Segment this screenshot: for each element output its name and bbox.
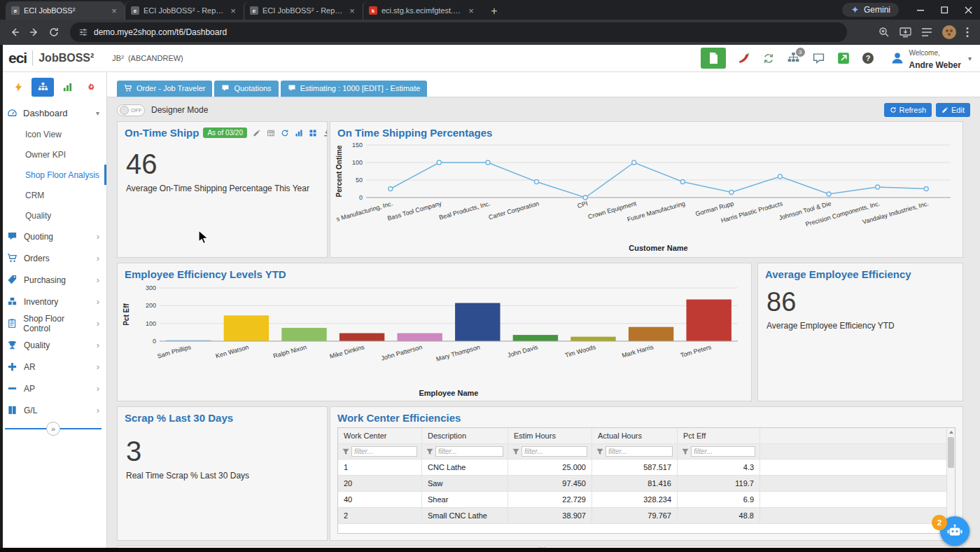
- table-row[interactable]: 2Small CNC Lathe38.90779.76748.8: [338, 508, 946, 524]
- zoom-icon[interactable]: [878, 27, 890, 38]
- sidebar-item-ap[interactable]: AP›: [0, 378, 106, 399]
- filter-funnel-icon[interactable]: [426, 448, 433, 455]
- browser-menu-icon[interactable]: [966, 27, 969, 38]
- address-bar[interactable]: demo.mye2shop.com/t6/Dashboard: [70, 22, 847, 42]
- doc-tab-quotations[interactable]: Quotations: [214, 81, 278, 97]
- profile-avatar[interactable]: [942, 25, 956, 39]
- maximize-button[interactable]: [932, 0, 956, 20]
- sidebar-item-gl[interactable]: G/L›: [0, 399, 106, 421]
- filter-funnel-icon[interactable]: [512, 448, 519, 455]
- close-button[interactable]: [956, 0, 980, 20]
- grid-icon[interactable]: [309, 129, 317, 137]
- sidebar-collapse-button[interactable]: »: [46, 422, 60, 436]
- quick-actions-tile[interactable]: [7, 78, 29, 97]
- filter-input[interactable]: [606, 446, 673, 457]
- column-header[interactable]: Work Center: [338, 428, 422, 443]
- tab-close-icon[interactable]: ×: [466, 6, 476, 16]
- sync-button[interactable]: [762, 53, 775, 64]
- reload-button[interactable]: [45, 23, 63, 41]
- sitemap-tile[interactable]: [31, 78, 54, 97]
- filter-cell: [508, 444, 592, 459]
- filter-input[interactable]: [522, 446, 587, 457]
- sidebar-item-owner-kpi[interactable]: Owner KPI: [0, 144, 106, 165]
- sidebar-item-shop-floor-analysis[interactable]: Shop Floor Analysis: [0, 165, 106, 185]
- download-icon[interactable]: [323, 129, 328, 137]
- sidebar-item-inventory[interactable]: Inventory›: [0, 291, 106, 312]
- sidebar-item-quoting[interactable]: Quoting›: [0, 226, 106, 247]
- tab-title: eci.stg.ks.ecimfgtest.com/#/log: [382, 6, 462, 15]
- whats-hot-button[interactable]: [738, 52, 750, 64]
- widget-ontime-chart: On Time Shipping Percentages 050100150s …: [330, 121, 963, 258]
- forward-button[interactable]: [25, 23, 43, 41]
- browser-tab-ecimfgtest[interactable]: k eci.stg.ks.ecimfgtest.com/#/log ×: [363, 1, 482, 20]
- help-button[interactable]: ?: [862, 52, 874, 64]
- browser-tab-report-2[interactable]: e ECI JobBOSS² - Report Viewer ×: [244, 1, 363, 20]
- sidebar-item-label: AP: [24, 384, 35, 394]
- pencil-icon[interactable]: [253, 129, 261, 137]
- filter-input[interactable]: [435, 446, 503, 457]
- chart-icon[interactable]: [295, 129, 303, 137]
- refresh-icon[interactable]: [281, 129, 289, 137]
- column-header[interactable]: Actual Hours: [592, 428, 678, 443]
- gemini-button[interactable]: Gemini: [842, 3, 899, 17]
- filter-funnel-icon[interactable]: [682, 448, 689, 455]
- column-header[interactable]: Description: [422, 428, 508, 443]
- browser-tab-report-1[interactable]: e ECI JobBOSS² - Report Viewer ×: [125, 1, 244, 20]
- sidebar-item-ar[interactable]: AR›: [0, 356, 106, 378]
- install-app-icon[interactable]: [899, 27, 911, 38]
- user-icon: [890, 51, 904, 65]
- messages-button[interactable]: [812, 53, 825, 64]
- tab-close-icon[interactable]: ×: [109, 6, 119, 16]
- new-document-button[interactable]: [701, 48, 726, 69]
- browser-tab-dashboard[interactable]: e ECI JobBOSS² ×: [6, 1, 125, 20]
- chat-fab[interactable]: 2: [940, 516, 969, 546]
- user-menu[interactable]: Welcome, Andre Weber ▾: [890, 46, 972, 71]
- column-header[interactable]: Estim Hours: [508, 428, 592, 443]
- sidebar-item-orders[interactable]: Orders›: [0, 247, 106, 269]
- svg-text:Sam Phillips: Sam Phillips: [156, 343, 192, 359]
- refresh-button[interactable]: Refresh: [884, 103, 932, 117]
- filter-funnel-icon[interactable]: [342, 448, 349, 455]
- doc-tab-job-traveler[interactable]: Order - Job Traveler: [117, 81, 212, 97]
- filter-cell: [338, 444, 422, 459]
- reading-list-icon[interactable]: [921, 27, 932, 37]
- external-link-button[interactable]: [837, 52, 850, 64]
- doc-tab-estimating[interactable]: Estimating : 1000 [EDIT] - Estimate: [281, 81, 428, 97]
- tab-close-icon[interactable]: ×: [347, 6, 357, 16]
- svg-text:John Patterson: John Patterson: [380, 343, 423, 361]
- site-settings-icon[interactable]: [78, 27, 88, 37]
- table-row[interactable]: 40Shear22.729328.2346.9: [338, 492, 946, 508]
- main-content: Order - Job Traveler Quotations Estimati…: [107, 72, 980, 552]
- edit-button[interactable]: Edit: [936, 103, 970, 117]
- widget-scrap-kpi: Scrap % Last 30 Days 3 Real Time Scrap %…: [117, 406, 328, 541]
- new-tab-button[interactable]: +: [486, 3, 503, 20]
- column-header[interactable]: Pct Eff: [678, 428, 760, 443]
- minimize-button[interactable]: [909, 0, 932, 20]
- sidebar-item-quality-dash[interactable]: Quality: [0, 205, 106, 226]
- scrollbar-thumb[interactable]: [948, 437, 954, 468]
- table-row[interactable]: 1CNC Lathe25.000587.5174.3: [338, 460, 946, 476]
- tab-close-icon[interactable]: ×: [228, 6, 238, 16]
- sidebar-item-quality[interactable]: Quality›: [0, 334, 106, 356]
- filter-funnel-icon[interactable]: [596, 448, 603, 455]
- filter-input[interactable]: [351, 446, 417, 457]
- sidebar-section-dashboard[interactable]: Dashboard ▾: [0, 102, 106, 124]
- table-icon[interactable]: [267, 129, 275, 137]
- sidebar-item-label: CRM: [25, 191, 44, 200]
- table-cell: 6.9: [678, 492, 760, 507]
- settings-tile[interactable]: [80, 78, 103, 97]
- sidebar-item-icon-view[interactable]: Icon View: [0, 124, 106, 144]
- scroll-up-icon[interactable]: [947, 428, 955, 436]
- sidebar-item-shop-floor-control[interactable]: Shop Floor Control›: [0, 312, 106, 334]
- reports-tile[interactable]: [56, 78, 78, 97]
- designer-mode-toggle[interactable]: OFF: [117, 104, 145, 116]
- svg-text:s Manufacturing, Inc.: s Manufacturing, Inc.: [335, 200, 393, 223]
- sidebar: Dashboard ▾ Icon View Owner KPI Shop Flo…: [0, 72, 107, 552]
- sidebar-item-purchasing[interactable]: Purchasing›: [0, 269, 106, 291]
- table-cell: 119.7: [678, 476, 760, 491]
- sidebar-item-crm[interactable]: CRM: [0, 185, 106, 205]
- table-row[interactable]: 20Saw97.45081.416119.7: [338, 476, 946, 492]
- sitemap-button[interactable]: 3: [787, 52, 800, 64]
- filter-input[interactable]: [691, 446, 755, 457]
- back-button[interactable]: [6, 23, 24, 41]
